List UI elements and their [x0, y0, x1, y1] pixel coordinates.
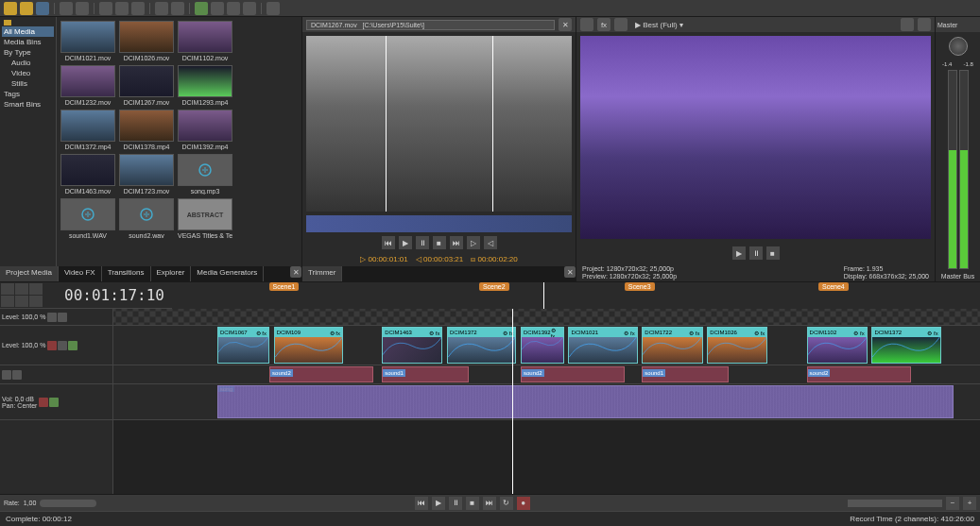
paste-icon[interactable] — [131, 2, 145, 15]
video-clip[interactable]: DCIM1372⚙ fx — [871, 327, 940, 364]
trimmer-close-icon[interactable]: ✕ — [559, 18, 572, 31]
preview-quality[interactable]: Best (Full) — [643, 21, 677, 29]
tl-stop-icon[interactable]: ■ — [466, 497, 479, 510]
tree-item[interactable]: All Media — [2, 26, 54, 37]
track-auto-icon[interactable] — [68, 341, 77, 350]
media-item[interactable]: DCIM1723.mov — [119, 154, 174, 195]
track-lane-1[interactable] — [113, 309, 980, 326]
timeline-scrollbar[interactable] — [848, 500, 942, 507]
preview-overlay-icon[interactable] — [901, 18, 914, 31]
ripple-icon[interactable] — [211, 2, 224, 15]
media-tab[interactable]: Transitions — [102, 266, 151, 281]
track-header-2[interactable]: Level: 100,0 % — [0, 326, 112, 365]
preview-play-icon[interactable]: ▶ — [732, 246, 746, 260]
tl-goto-start-icon[interactable]: ⏮ — [415, 497, 428, 510]
media-item[interactable]: sound1.WAV — [60, 198, 115, 239]
undo-icon[interactable] — [155, 2, 168, 15]
trimmer-pause-icon[interactable]: ⏸ — [416, 236, 429, 249]
media-item[interactable]: DCIM1378.mp4 — [119, 110, 174, 150]
media-item[interactable]: DCIM1026.mov — [119, 21, 174, 61]
media-tab[interactable]: Media Generators — [191, 266, 264, 281]
media-tab[interactable]: Explorer — [151, 266, 192, 281]
track-header-3[interactable] — [0, 365, 112, 384]
media-item[interactable]: DCIM1021.mov — [60, 21, 115, 61]
props-icon[interactable] — [76, 2, 89, 15]
tl-record-icon[interactable]: ● — [517, 497, 530, 510]
autocross-icon[interactable] — [227, 2, 240, 15]
video-clip[interactable]: DCIM1026⚙ fx — [707, 327, 767, 364]
autosave-icon[interactable] — [243, 2, 256, 15]
track-solo-icon[interactable] — [58, 313, 67, 322]
tree-item[interactable]: Video — [2, 68, 54, 78]
trimmer-preview[interactable] — [306, 36, 572, 212]
media-item[interactable]: DCIM1267.mov — [119, 65, 174, 106]
track3-solo-icon[interactable] — [12, 370, 22, 380]
track-header-1[interactable]: Level: 100,0 % — [0, 309, 112, 326]
media-item[interactable]: DCIM1102.mov — [178, 21, 232, 61]
video-clip[interactable]: DCIM1722⚙ fx — [642, 327, 702, 364]
media-item[interactable]: DCIM1392.mp4 — [178, 110, 232, 150]
audio-clip[interactable]: sound2 — [269, 366, 373, 382]
tl-tool-5[interactable] — [15, 296, 28, 307]
media-item[interactable]: sound2.wav — [119, 198, 174, 239]
tl-tool-6[interactable] — [29, 296, 43, 307]
media-item[interactable]: DCIM1463.mov — [60, 154, 115, 195]
track-lane-3[interactable]: sound2sound1sound2sound1sound2 — [113, 365, 980, 384]
zoom-in-icon[interactable]: + — [963, 497, 976, 510]
track3-mute-icon[interactable] — [2, 370, 11, 380]
open-icon[interactable] — [20, 2, 33, 15]
track4-rec-icon[interactable] — [39, 398, 48, 407]
trimmer-stop-icon[interactable]: ■ — [433, 236, 446, 249]
video-clip[interactable]: DCIM1463⚙ fx — [382, 327, 442, 364]
waveform-clip[interactable]: song — [217, 385, 954, 418]
audio-clip[interactable]: sound1 — [642, 366, 729, 382]
video-clip[interactable]: DCIM1372⚙ fx — [447, 327, 516, 364]
trimmer-filename[interactable]: DCIM1267.mov [C:\Users\P15\Suite\] — [306, 20, 555, 30]
master-fader-knob[interactable] — [949, 37, 968, 56]
snap-icon[interactable] — [195, 2, 208, 15]
tl-goto-end-icon[interactable]: ⏭ — [483, 497, 496, 510]
tree-item[interactable]: Audio — [2, 58, 54, 68]
preview-pause-icon[interactable]: ⏸ — [749, 246, 763, 260]
tl-tool-1[interactable] — [1, 283, 14, 295]
video-clip[interactable]: DCIM1102⚙ fx — [807, 327, 868, 364]
media-tabs-close-icon[interactable]: ✕ — [290, 266, 301, 278]
copy-icon[interactable] — [115, 2, 129, 15]
tree-item[interactable]: By Type — [2, 47, 54, 58]
file-icon[interactable] — [4, 2, 17, 15]
video-clip[interactable]: DCIM109⚙ fx — [274, 327, 343, 364]
track-header-4[interactable]: Vol: 0,0 dB Pan: Center — [0, 384, 112, 420]
rate-slider[interactable] — [40, 500, 96, 507]
media-item[interactable]: song.mp3 — [178, 154, 232, 195]
tl-pause-icon[interactable]: ⏸ — [449, 497, 462, 510]
video-clip[interactable]: DCIM1021⚙ fx — [568, 327, 637, 364]
tl-tool-2[interactable] — [15, 283, 28, 295]
media-item[interactable]: DCIM1293.mp4 — [178, 65, 232, 106]
trimmer-play-icon[interactable]: ▶ — [399, 236, 412, 249]
tree-item[interactable]: Stills — [2, 78, 54, 89]
preview-stop-icon[interactable]: ■ — [766, 246, 780, 260]
video-clip[interactable]: DCIM1067⚙ fx — [217, 327, 269, 364]
redo-icon[interactable] — [171, 2, 184, 15]
track-lane-4[interactable]: song — [113, 384, 980, 420]
timeline-marker[interactable]: Scene2 — [479, 282, 509, 291]
tl-tool-3[interactable] — [29, 283, 43, 295]
video-clip[interactable]: DCIM1392⚙ fx — [521, 327, 564, 364]
track4-auto-icon[interactable] — [49, 398, 59, 407]
timeline-marker[interactable]: Scene4 — [818, 282, 849, 291]
timeline-ruler[interactable]: Scene1Scene2Scene3Scene4 — [172, 282, 980, 309]
trimmer-next-icon[interactable]: ⏭ — [450, 236, 463, 249]
tree-item[interactable]: Smart Bins — [2, 99, 54, 110]
audio-clip[interactable]: sound2 — [807, 366, 911, 382]
track-rec-icon[interactable] — [47, 341, 57, 350]
track-lane-2[interactable]: DCIM1067⚙ fxDCIM109⚙ fxDCIM1463⚙ fxDCIM1… — [113, 326, 980, 365]
trimmer-prev-icon[interactable]: ⏮ — [382, 236, 395, 249]
trimmer-filmstrip[interactable] — [306, 215, 572, 232]
preview-safe-icon[interactable] — [918, 18, 931, 31]
trimmer-tab[interactable]: Trimmer — [302, 266, 342, 281]
media-tab[interactable]: Video FX — [59, 266, 102, 281]
cut-icon[interactable] — [99, 2, 112, 15]
timeline-marker[interactable]: Scene3 — [625, 282, 655, 291]
tl-tool-4[interactable] — [1, 296, 14, 307]
trimmer-in-icon[interactable]: ▷ — [467, 236, 480, 249]
